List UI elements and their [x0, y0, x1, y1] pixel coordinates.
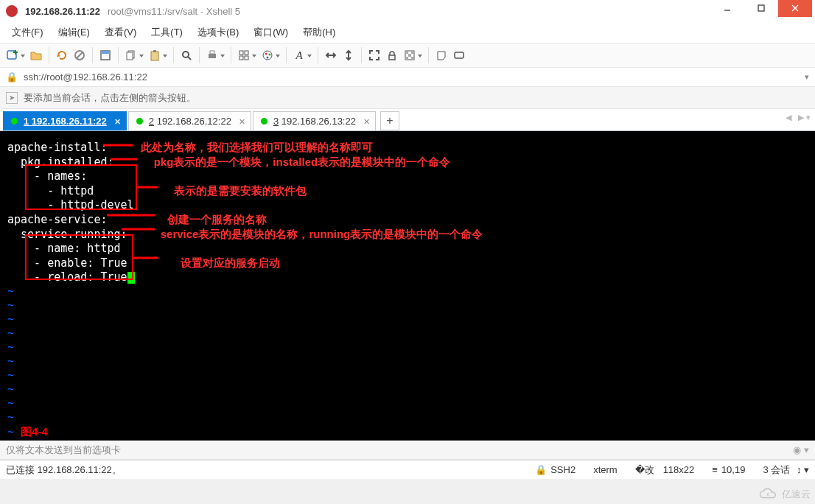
layout-icon[interactable] [236, 47, 252, 63]
svg-rect-1 [758, 5, 764, 11]
tilde-line: ~ [7, 312, 808, 326]
code: - httpd-devel [7, 198, 134, 211]
tab-close-icon[interactable]: ✕ [114, 117, 121, 127]
tab-2[interactable]: 2 192.168.26.12:22 ✕ [128, 111, 251, 130]
tab-1[interactable]: 1 192.168.26.11:22 ✕ [3, 111, 127, 130]
svg-rect-12 [127, 52, 133, 60]
minimize-button[interactable] [710, 0, 744, 17]
separator [318, 47, 318, 63]
tilde-line: ~ [7, 382, 808, 396]
code: - enable: True [7, 256, 127, 270]
app-icon [6, 5, 18, 17]
annotation: 创建一个服务的名称 [167, 213, 267, 225]
copy-icon[interactable] [123, 47, 139, 63]
hint-bar: ➤ 要添加当前会话，点击左侧的箭头按钮。 [0, 87, 815, 109]
svg-line-16 [188, 57, 191, 60]
new-session-icon[interactable] [4, 47, 21, 63]
status-bar: 已连接 192.168.26.11:22。 🔒SSH2 xterm �改ﾠ118… [0, 460, 815, 479]
menu-tabs[interactable]: 选项卡(B) [192, 24, 245, 41]
separator [231, 47, 231, 63]
svg-rect-10 [101, 51, 110, 54]
vertical-scroll-icon[interactable] [340, 47, 357, 63]
menu-edit[interactable]: 编辑(E) [52, 24, 96, 41]
separator [361, 47, 362, 63]
tilde-line: ~ [7, 396, 808, 410]
menu-tools[interactable]: 工具(T) [145, 24, 189, 41]
svg-text:e: e [767, 491, 770, 497]
toolbar: A [0, 43, 815, 68]
status-size: �改ﾠ118x22 [635, 463, 695, 477]
send-bar[interactable]: 仅将文本发送到当前选项卡 ◉ ▾ [0, 441, 815, 460]
menu-window[interactable]: 窗口(W) [248, 24, 294, 41]
close-button[interactable] [778, 0, 812, 17]
svg-point-26 [267, 57, 269, 59]
tilde-line: ~ [7, 326, 808, 340]
menu-bar: 文件(F) 编辑(E) 查看(V) 工具(T) 选项卡(B) 窗口(W) 帮助(… [0, 22, 815, 43]
separator [92, 47, 93, 63]
compose-icon[interactable] [451, 47, 467, 63]
tab-label: 192.168.26.12:22 [157, 116, 231, 127]
tilde-line: ~ [7, 284, 808, 298]
open-folder-icon[interactable] [28, 47, 44, 63]
tab-scroll-arrows[interactable]: ◀ ▶ ▾ [786, 113, 811, 122]
svg-rect-27 [389, 55, 395, 60]
status-term: xterm [593, 464, 618, 475]
properties-icon[interactable] [97, 47, 113, 63]
menu-view[interactable]: 查看(V) [99, 24, 142, 41]
svg-rect-18 [210, 51, 214, 54]
send-target-icon[interactable]: ◉ ▾ [793, 444, 809, 455]
address-bar: 🔒 ssh://root@192.168.26.11:22 ▾ [0, 68, 815, 87]
transparency-icon[interactable] [402, 47, 418, 63]
separator [286, 47, 287, 63]
separator [49, 47, 49, 63]
find-icon[interactable] [178, 47, 195, 63]
svg-line-8 [77, 52, 83, 58]
menu-help[interactable]: 帮助(H) [297, 24, 341, 41]
tab-label: 192.168.26.13:22 [281, 116, 356, 127]
status-connected: 已连接 192.168.26.11:22。 [6, 463, 122, 477]
lock-icon[interactable] [384, 47, 400, 63]
paste-icon[interactable] [147, 47, 163, 63]
terminal[interactable]: apache-install: 此处为名称，我们选择我们可以理解的名称即可 pk… [0, 131, 815, 441]
tab-close-icon[interactable]: ✕ [363, 117, 370, 127]
code: - reload: True [7, 270, 127, 284]
svg-point-15 [183, 52, 189, 57]
svg-rect-34 [455, 52, 464, 58]
tab-add-button[interactable]: + [380, 111, 399, 130]
annotation: 设置对应的服务启动 [181, 256, 280, 269]
font-icon[interactable]: A [291, 47, 307, 63]
status-dot-icon [136, 118, 143, 125]
code: pkg.installed: [7, 155, 114, 169]
print-icon[interactable] [204, 47, 220, 63]
maximize-button[interactable] [744, 0, 778, 17]
fullscreen-icon[interactable] [366, 47, 382, 63]
svg-rect-22 [245, 56, 248, 60]
window-buttons [710, 0, 812, 22]
script-icon[interactable] [433, 47, 450, 63]
address-expand-icon[interactable]: ▾ [805, 72, 809, 82]
menu-file[interactable]: 文件(F) [6, 24, 49, 41]
svg-rect-13 [151, 52, 158, 60]
tab-close-icon[interactable]: ✕ [239, 117, 245, 127]
status-sessions: 3 会话 ↕ ▾ [763, 463, 809, 477]
send-hint: 仅将文本发送到当前选项卡 [6, 444, 121, 457]
horizontal-scroll-icon[interactable] [323, 47, 339, 63]
status-dot-icon [261, 118, 267, 125]
tab-3[interactable]: 3 192.168.26.13:22 ✕ [253, 111, 376, 130]
status-pos: ≡ 10,19 [712, 464, 745, 475]
address-url[interactable]: ssh://root@192.168.26.11:22 [24, 71, 147, 83]
svg-rect-29 [405, 51, 408, 54]
disconnect-icon[interactable] [71, 47, 88, 63]
color-scheme-icon[interactable] [259, 47, 276, 63]
watermark-text: 亿速云 [782, 488, 811, 501]
tilde-line: ~ [7, 410, 808, 424]
code: apache-install: [7, 141, 107, 154]
add-session-arrow-icon[interactable]: ➤ [6, 92, 18, 104]
reconnect-icon[interactable] [54, 47, 70, 63]
tab-label: 1 192.168.26.11:22 [24, 116, 107, 127]
title-active: 192.168.26.11:22 [25, 6, 100, 17]
svg-rect-21 [239, 56, 243, 60]
code: - names: [7, 169, 87, 183]
title-bar: 192.168.26.11:22 root@vms11:/srv/salt - … [0, 0, 815, 22]
annotation: pkg表示的是一个模块，installed表示的是模块中的一个命令 [154, 155, 451, 168]
